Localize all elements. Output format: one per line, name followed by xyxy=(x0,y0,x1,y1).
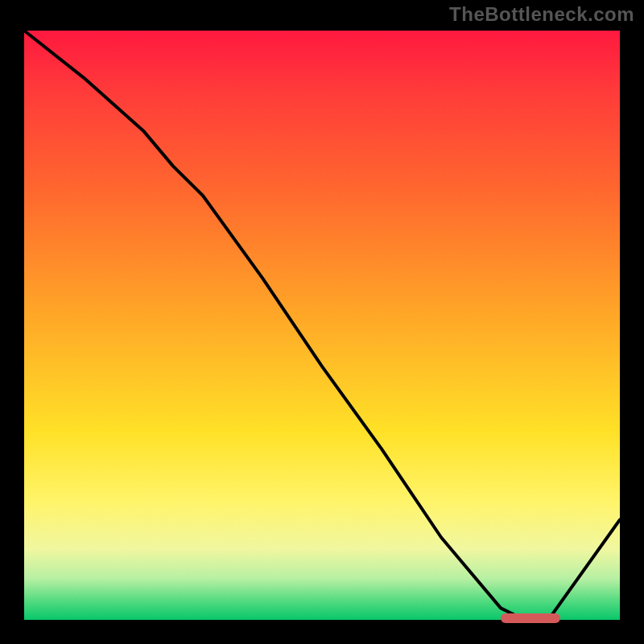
curve-path xyxy=(24,31,620,620)
optimal-range-marker xyxy=(501,613,560,623)
chart-stage: TheBottleneck.com xyxy=(0,0,644,644)
bottleneck-curve xyxy=(24,31,620,620)
plot-area xyxy=(24,31,620,620)
watermark-text: TheBottleneck.com xyxy=(449,3,634,26)
